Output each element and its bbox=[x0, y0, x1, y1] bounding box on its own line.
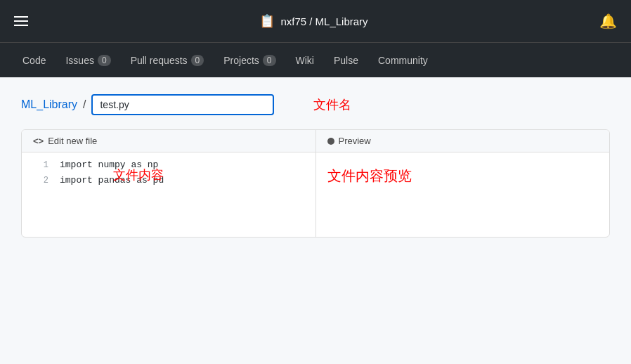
repo-path: nxf75 / ML_Library bbox=[280, 15, 367, 27]
main-content: ML_Library / 文件名 <> Edit new file 1 impo… bbox=[0, 77, 631, 254]
line-number-1: 1 bbox=[29, 160, 48, 170]
preview-pane-header[interactable]: Preview bbox=[316, 130, 610, 152]
nav-label-wiki: Wiki bbox=[296, 55, 314, 66]
nav-label-issues: Issues bbox=[65, 55, 93, 66]
edit-pane-label: Edit new file bbox=[48, 136, 97, 146]
nav-label-pull-requests: Pull requests bbox=[131, 55, 188, 66]
nav-label-community: Community bbox=[378, 55, 428, 66]
nav-label-code: Code bbox=[22, 55, 46, 66]
nav-item-pulse[interactable]: Pulse bbox=[325, 49, 367, 72]
nav-item-wiki[interactable]: Wiki bbox=[287, 49, 323, 72]
nav-label-pulse: Pulse bbox=[334, 55, 358, 66]
annotation-preview-label: 文件内容预览 bbox=[327, 168, 412, 183]
pull-requests-badge: 0 bbox=[191, 55, 204, 66]
nav-item-pull-requests[interactable]: Pull requests 0 bbox=[122, 49, 213, 72]
preview-pane-label: Preview bbox=[339, 136, 371, 146]
code-line-2: 2 import pandas as pd bbox=[22, 175, 316, 190]
filename-input-wrap: 文件名 bbox=[91, 94, 274, 115]
app-header: 📋 nxf75 / ML_Library 🔔 bbox=[0, 0, 631, 42]
preview-pane: Preview 文件内容预览 bbox=[316, 130, 610, 237]
preview-body: 文件内容预览 bbox=[316, 152, 610, 237]
notification-bell-icon[interactable]: 🔔 bbox=[599, 13, 617, 30]
nav-item-community[interactable]: Community bbox=[370, 49, 436, 72]
code-line-1: 1 import numpy as np bbox=[22, 160, 316, 175]
annotation-filename-label: 文件名 bbox=[313, 96, 351, 113]
projects-badge: 0 bbox=[263, 55, 276, 66]
edit-pane: <> Edit new file 1 import numpy as np 2 … bbox=[22, 130, 316, 237]
edit-pane-header: <> Edit new file bbox=[22, 130, 316, 152]
breadcrumb-separator: / bbox=[83, 98, 86, 111]
line-code-1: import numpy as np bbox=[60, 160, 158, 170]
repo-icon: 📋 bbox=[259, 13, 275, 29]
nav-item-code[interactable]: Code bbox=[14, 49, 54, 72]
breadcrumb-row: ML_Library / 文件名 bbox=[21, 94, 610, 115]
nav-item-issues[interactable]: Issues 0 bbox=[57, 49, 119, 72]
nav-item-projects[interactable]: Projects 0 bbox=[215, 49, 284, 72]
editor-body[interactable]: 1 import numpy as np 2 import pandas as … bbox=[22, 152, 316, 197]
nav-label-projects: Projects bbox=[223, 55, 259, 66]
line-code-2: import pandas as pd bbox=[60, 175, 164, 186]
repo-title-group: 📋 nxf75 / ML_Library bbox=[259, 13, 367, 29]
line-number-2: 2 bbox=[29, 176, 48, 186]
filename-input[interactable] bbox=[91, 94, 274, 115]
repo-nav: Code Issues 0 Pull requests 0 Projects 0… bbox=[0, 42, 631, 77]
code-brackets-icon: <> bbox=[33, 136, 44, 146]
breadcrumb-repo-link[interactable]: ML_Library bbox=[21, 98, 77, 111]
hamburger-button[interactable] bbox=[14, 16, 28, 26]
preview-dot-icon bbox=[327, 138, 334, 145]
issues-badge: 0 bbox=[98, 55, 111, 66]
editor-container: <> Edit new file 1 import numpy as np 2 … bbox=[21, 129, 610, 238]
